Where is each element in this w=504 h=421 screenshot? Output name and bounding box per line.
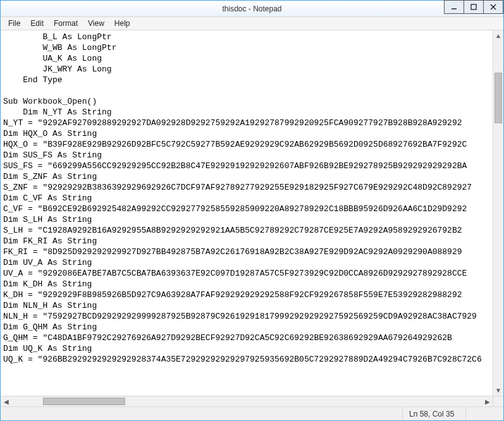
- vscroll-thumb[interactable]: [495, 73, 502, 123]
- menu-format[interactable]: Format: [49, 18, 83, 29]
- close-button[interactable]: [483, 0, 503, 14]
- menu-file[interactable]: File: [3, 18, 25, 29]
- titlebar: thisdoc - Notepad: [1, 1, 503, 17]
- scroll-up-arrow[interactable]: ▲: [493, 30, 503, 41]
- menubar: File Edit Format View Help: [1, 17, 503, 30]
- status-empty: [465, 407, 503, 420]
- minimize-icon: [451, 4, 457, 10]
- menu-view[interactable]: View: [83, 18, 109, 29]
- window-controls: [445, 0, 503, 14]
- window-title: thisdoc - Notepad: [1, 1, 503, 16]
- horizontal-scrollbar[interactable]: ◀ ▶: [1, 396, 493, 406]
- app-window: thisdoc - Notepad File Edit Format View …: [0, 0, 504, 421]
- hscroll-track[interactable]: [11, 396, 482, 406]
- scroll-right-arrow[interactable]: ▶: [482, 396, 493, 406]
- vscroll-track[interactable]: [493, 41, 503, 385]
- maximize-button[interactable]: [464, 0, 484, 14]
- scroll-left-arrow[interactable]: ◀: [1, 396, 11, 406]
- hscroll-thumb[interactable]: [43, 398, 125, 405]
- maximize-icon: [470, 4, 477, 10]
- close-icon: [490, 4, 496, 10]
- statusbar: Ln 58, Col 35: [1, 406, 503, 420]
- status-position: Ln 58, Col 35: [402, 407, 465, 420]
- scroll-down-arrow[interactable]: ▼: [493, 385, 503, 396]
- editor-text[interactable]: B_L As LongPtr W_WB As LongPtr UA_K As L…: [1, 30, 493, 366]
- editor-area: B_L As LongPtr W_WB As LongPtr UA_K As L…: [1, 30, 503, 406]
- text-editor[interactable]: B_L As LongPtr W_WB As LongPtr UA_K As L…: [1, 30, 493, 396]
- menu-edit[interactable]: Edit: [25, 18, 49, 29]
- minimize-button[interactable]: [444, 0, 464, 14]
- vertical-scrollbar[interactable]: ▲ ▼: [493, 30, 503, 396]
- menu-help[interactable]: Help: [109, 18, 135, 29]
- svg-rect-1: [471, 4, 476, 9]
- scroll-corner: [493, 396, 503, 406]
- content-area: B_L As LongPtr W_WB As LongPtr UA_K As L…: [1, 30, 503, 406]
